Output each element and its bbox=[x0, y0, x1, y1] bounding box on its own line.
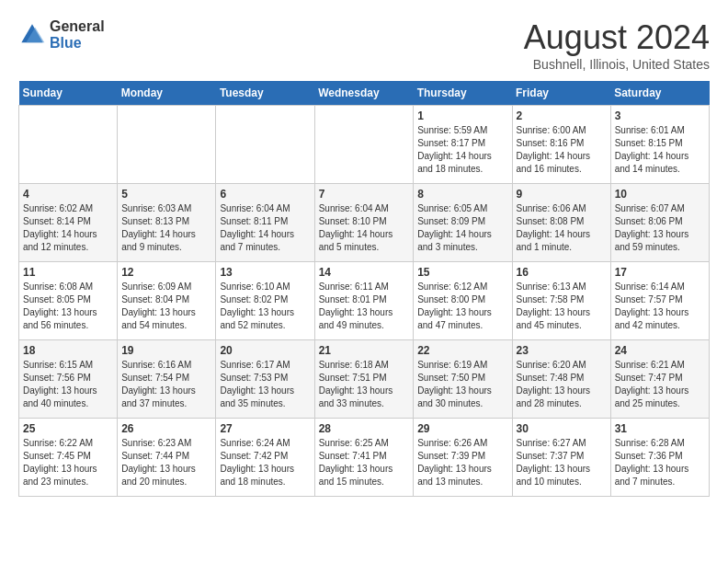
day-info: Sunrise: 5:59 AMSunset: 8:17 PMDaylight:… bbox=[417, 124, 507, 176]
weekday-header-wednesday: Wednesday bbox=[314, 81, 414, 106]
week-row-1: 1Sunrise: 5:59 AMSunset: 8:17 PMDaylight… bbox=[19, 106, 710, 184]
calendar-cell: 11Sunrise: 6:08 AMSunset: 8:05 PMDayligh… bbox=[19, 262, 118, 340]
weekday-header-sunday: Sunday bbox=[19, 81, 118, 106]
week-row-3: 11Sunrise: 6:08 AMSunset: 8:05 PMDayligh… bbox=[19, 262, 710, 340]
day-info: Sunrise: 6:04 AMSunset: 8:10 PMDaylight:… bbox=[319, 202, 410, 254]
calendar-cell: 7Sunrise: 6:04 AMSunset: 8:10 PMDaylight… bbox=[314, 184, 414, 262]
calendar-cell bbox=[19, 106, 118, 184]
day-info: Sunrise: 6:05 AMSunset: 8:09 PMDaylight:… bbox=[417, 202, 507, 254]
day-number: 11 bbox=[23, 266, 113, 279]
title-section: August 2024 Bushnell, Illinois, United S… bbox=[524, 18, 710, 72]
day-info: Sunrise: 6:18 AMSunset: 7:51 PMDaylight:… bbox=[319, 359, 410, 410]
calendar-cell: 14Sunrise: 6:11 AMSunset: 8:01 PMDayligh… bbox=[314, 262, 414, 340]
calendar-cell: 10Sunrise: 6:07 AMSunset: 8:06 PMDayligh… bbox=[610, 184, 709, 262]
day-info: Sunrise: 6:22 AMSunset: 7:45 PMDaylight:… bbox=[23, 437, 113, 488]
calendar-cell: 1Sunrise: 5:59 AMSunset: 8:17 PMDaylight… bbox=[414, 106, 512, 184]
day-number: 6 bbox=[220, 188, 310, 201]
calendar-cell bbox=[216, 106, 314, 184]
calendar-cell: 17Sunrise: 6:14 AMSunset: 7:57 PMDayligh… bbox=[610, 262, 709, 340]
calendar-cell: 12Sunrise: 6:09 AMSunset: 8:04 PMDayligh… bbox=[118, 262, 216, 340]
month-title: August 2024 bbox=[524, 18, 710, 57]
day-info: Sunrise: 6:20 AMSunset: 7:48 PMDaylight:… bbox=[517, 359, 607, 410]
calendar-cell: 21Sunrise: 6:18 AMSunset: 7:51 PMDayligh… bbox=[314, 340, 414, 419]
day-number: 16 bbox=[517, 266, 607, 279]
calendar-cell: 5Sunrise: 6:03 AMSunset: 8:13 PMDaylight… bbox=[118, 184, 216, 262]
calendar-cell: 16Sunrise: 6:13 AMSunset: 7:58 PMDayligh… bbox=[512, 262, 610, 340]
calendar-cell: 26Sunrise: 6:23 AMSunset: 7:44 PMDayligh… bbox=[118, 419, 216, 497]
calendar-cell: 6Sunrise: 6:04 AMSunset: 8:11 PMDaylight… bbox=[216, 184, 314, 262]
calendar-cell: 27Sunrise: 6:24 AMSunset: 7:42 PMDayligh… bbox=[216, 419, 314, 497]
day-number: 9 bbox=[517, 188, 607, 201]
day-info: Sunrise: 6:06 AMSunset: 8:08 PMDaylight:… bbox=[517, 202, 607, 254]
calendar-cell: 28Sunrise: 6:25 AMSunset: 7:41 PMDayligh… bbox=[314, 419, 414, 497]
day-number: 15 bbox=[417, 266, 507, 279]
weekday-header-row: SundayMondayTuesdayWednesdayThursdayFrid… bbox=[19, 81, 710, 106]
day-number: 18 bbox=[23, 344, 113, 357]
day-info: Sunrise: 6:04 AMSunset: 8:11 PMDaylight:… bbox=[220, 202, 310, 254]
day-number: 29 bbox=[417, 422, 507, 435]
day-number: 8 bbox=[417, 188, 507, 201]
day-number: 31 bbox=[615, 422, 705, 435]
day-number: 30 bbox=[517, 422, 607, 435]
weekday-header-friday: Friday bbox=[512, 81, 610, 106]
day-number: 26 bbox=[121, 422, 211, 435]
calendar-cell bbox=[118, 106, 216, 184]
calendar-cell: 15Sunrise: 6:12 AMSunset: 8:00 PMDayligh… bbox=[414, 262, 512, 340]
day-number: 25 bbox=[23, 422, 113, 435]
day-number: 17 bbox=[615, 266, 705, 279]
day-info: Sunrise: 6:03 AMSunset: 8:13 PMDaylight:… bbox=[121, 202, 211, 254]
day-number: 5 bbox=[121, 188, 211, 201]
day-info: Sunrise: 6:00 AMSunset: 8:16 PMDaylight:… bbox=[517, 124, 607, 176]
weekday-header-monday: Monday bbox=[118, 81, 216, 106]
day-number: 27 bbox=[220, 422, 310, 435]
day-number: 3 bbox=[615, 109, 705, 122]
calendar-cell: 29Sunrise: 6:26 AMSunset: 7:39 PMDayligh… bbox=[414, 419, 512, 497]
day-info: Sunrise: 6:25 AMSunset: 7:41 PMDaylight:… bbox=[319, 437, 410, 488]
day-info: Sunrise: 6:19 AMSunset: 7:50 PMDaylight:… bbox=[417, 359, 507, 410]
day-info: Sunrise: 6:10 AMSunset: 8:02 PMDaylight:… bbox=[220, 281, 310, 332]
day-number: 4 bbox=[23, 188, 113, 201]
day-number: 10 bbox=[615, 188, 705, 201]
day-number: 21 bbox=[319, 344, 410, 357]
day-info: Sunrise: 6:07 AMSunset: 8:06 PMDaylight:… bbox=[615, 202, 705, 254]
week-row-2: 4Sunrise: 6:02 AMSunset: 8:14 PMDaylight… bbox=[19, 184, 710, 262]
day-info: Sunrise: 6:13 AMSunset: 7:58 PMDaylight:… bbox=[517, 281, 607, 332]
logo: General Blue bbox=[18, 18, 105, 51]
day-number: 1 bbox=[417, 109, 507, 122]
calendar-cell: 9Sunrise: 6:06 AMSunset: 8:08 PMDaylight… bbox=[512, 184, 610, 262]
calendar-cell: 13Sunrise: 6:10 AMSunset: 8:02 PMDayligh… bbox=[216, 262, 314, 340]
day-info: Sunrise: 6:16 AMSunset: 7:54 PMDaylight:… bbox=[121, 359, 211, 410]
day-info: Sunrise: 6:08 AMSunset: 8:05 PMDaylight:… bbox=[23, 281, 113, 332]
logo-blue-text: Blue bbox=[50, 35, 105, 52]
day-info: Sunrise: 6:17 AMSunset: 7:53 PMDaylight:… bbox=[220, 359, 310, 410]
calendar-table: SundayMondayTuesdayWednesdayThursdayFrid… bbox=[18, 81, 710, 497]
calendar-cell: 2Sunrise: 6:00 AMSunset: 8:16 PMDaylight… bbox=[512, 106, 610, 184]
day-number: 19 bbox=[121, 344, 211, 357]
logo-text: General Blue bbox=[50, 18, 105, 51]
header: General Blue August 2024 Bushnell, Illin… bbox=[18, 18, 710, 72]
day-info: Sunrise: 6:23 AMSunset: 7:44 PMDaylight:… bbox=[121, 437, 211, 488]
logo-general-text: General bbox=[50, 18, 105, 35]
calendar-cell: 25Sunrise: 6:22 AMSunset: 7:45 PMDayligh… bbox=[19, 419, 118, 497]
day-info: Sunrise: 6:09 AMSunset: 8:04 PMDaylight:… bbox=[121, 281, 211, 332]
day-number: 14 bbox=[319, 266, 410, 279]
calendar-cell: 4Sunrise: 6:02 AMSunset: 8:14 PMDaylight… bbox=[19, 184, 118, 262]
day-info: Sunrise: 6:27 AMSunset: 7:37 PMDaylight:… bbox=[517, 437, 607, 488]
day-number: 13 bbox=[220, 266, 310, 279]
calendar-cell: 30Sunrise: 6:27 AMSunset: 7:37 PMDayligh… bbox=[512, 419, 610, 497]
day-number: 2 bbox=[517, 109, 607, 122]
calendar-cell: 24Sunrise: 6:21 AMSunset: 7:47 PMDayligh… bbox=[610, 340, 709, 419]
day-info: Sunrise: 6:02 AMSunset: 8:14 PMDaylight:… bbox=[23, 202, 113, 254]
calendar-cell bbox=[314, 106, 414, 184]
day-info: Sunrise: 6:14 AMSunset: 7:57 PMDaylight:… bbox=[615, 281, 705, 332]
day-number: 23 bbox=[517, 344, 607, 357]
day-number: 22 bbox=[417, 344, 507, 357]
day-info: Sunrise: 6:12 AMSunset: 8:00 PMDaylight:… bbox=[417, 281, 507, 332]
week-row-4: 18Sunrise: 6:15 AMSunset: 7:56 PMDayligh… bbox=[19, 340, 710, 419]
day-info: Sunrise: 6:24 AMSunset: 7:42 PMDaylight:… bbox=[220, 437, 310, 488]
day-info: Sunrise: 6:01 AMSunset: 8:15 PMDaylight:… bbox=[615, 124, 705, 176]
calendar-cell: 23Sunrise: 6:20 AMSunset: 7:48 PMDayligh… bbox=[512, 340, 610, 419]
logo-icon bbox=[18, 21, 46, 49]
weekday-header-thursday: Thursday bbox=[414, 81, 512, 106]
day-info: Sunrise: 6:21 AMSunset: 7:47 PMDaylight:… bbox=[615, 359, 705, 410]
